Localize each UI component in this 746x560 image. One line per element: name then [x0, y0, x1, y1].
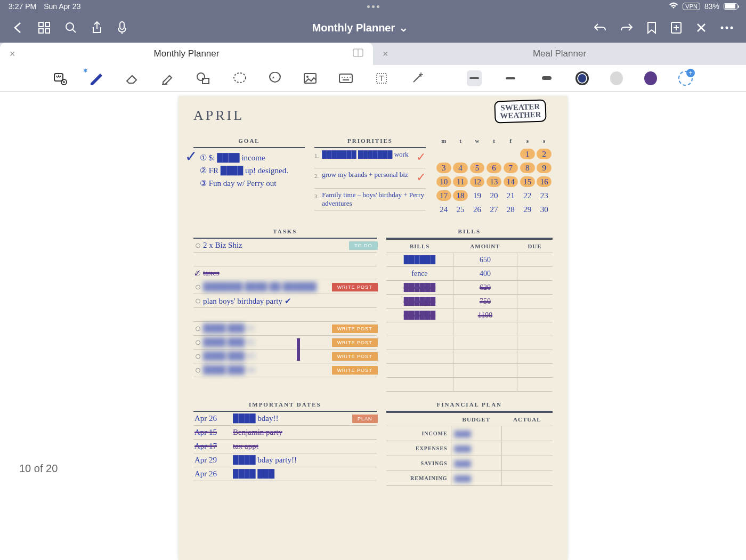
svg-point-20 [342, 77, 343, 78]
check-icon: ✓ [416, 150, 426, 164]
task-line: ████ ███ #3WRITE POST [193, 350, 377, 363]
add-color-button[interactable] [678, 71, 692, 86]
mic-icon[interactable] [117, 21, 127, 34]
color-gray[interactable] [610, 71, 623, 85]
bill-row [386, 378, 553, 392]
highlighter-tool[interactable] [160, 71, 175, 86]
shapes-tool[interactable] [196, 71, 211, 86]
back-button[interactable] [13, 22, 23, 34]
wifi-icon [669, 2, 678, 11]
svg-point-21 [344, 77, 345, 78]
priority-item: 1.███████ ███████ work✓ [314, 148, 426, 168]
svg-rect-0 [39, 22, 43, 27]
search-icon[interactable] [65, 22, 77, 34]
calendar-day: 6 [485, 161, 502, 175]
calendar-day: 8 [519, 161, 536, 175]
grid-icon[interactable] [38, 22, 50, 34]
task-tag: WRITE POST [332, 283, 378, 291]
task-tag: WRITE POST [332, 338, 378, 347]
stroke-thin[interactable] [467, 70, 482, 86]
bill-row: ██████1100 [386, 309, 553, 322]
redo-button[interactable] [620, 21, 633, 34]
calendar-day: 5 [469, 161, 485, 175]
svg-rect-2 [39, 29, 43, 33]
date-line: Apr 26████ bday!!PLAN [193, 412, 377, 426]
date-line: Apr 15Benjamin party [193, 426, 377, 440]
calendar-day: 11 [452, 175, 468, 189]
priorities-section: PRIORITIES 1.███████ ███████ work✓2.grow… [314, 137, 426, 216]
calendar-day: 18 [452, 189, 468, 202]
tab-meal-planner[interactable]: × Meal Planner [373, 43, 746, 65]
calendar-day: 29 [519, 202, 536, 216]
image-tool[interactable] [303, 71, 317, 86]
calendar-day [452, 147, 468, 161]
goal-line: ③ Fun day w/ Perry out [200, 177, 305, 190]
battery-icon [724, 3, 737, 10]
tab-split-icon[interactable] [353, 48, 363, 59]
svg-rect-5 [120, 22, 124, 29]
bill-row [386, 350, 553, 364]
eraser-tool[interactable] [124, 71, 139, 86]
calendar-day: 24 [435, 202, 452, 216]
zoom-write-icon[interactable] [53, 71, 67, 86]
task-line: plan boys' birthday party ✔ [193, 294, 377, 308]
stroke-medium[interactable] [503, 70, 518, 86]
planner-page: APRIL SWEATERWEATHER GOAL ✓ ① $: ████ in… [179, 96, 567, 560]
close-button[interactable] [696, 21, 707, 34]
status-bar: 3:27 PM Sun Apr 23 VPN 83% [0, 0, 746, 13]
goal-section: GOAL ✓ ① $: ████ income② FR ████ up! des… [193, 137, 305, 216]
calendar-day: 7 [502, 161, 519, 175]
more-icon[interactable] [720, 21, 733, 34]
text-tool[interactable]: T [375, 71, 388, 86]
tab-monthly-planner[interactable]: × Monthly Planner [0, 43, 373, 65]
date-line: Apr 26████ ███ [193, 467, 377, 481]
task-line [193, 253, 377, 266]
pen-tool[interactable]: ✱ [88, 71, 102, 86]
calendar-day: 1 [519, 147, 536, 161]
priority-item: 2.grow my brands + personal biz✓ [314, 168, 426, 189]
stroke-thick[interactable] [539, 70, 554, 86]
tab-close-icon[interactable]: × [383, 48, 388, 60]
share-icon[interactable] [92, 21, 102, 34]
svg-point-4 [66, 23, 74, 30]
svg-rect-19 [339, 74, 352, 83]
priority-item: 3.Family time – boys' birthday + Perry a… [314, 189, 426, 210]
calendar-day: 14 [502, 175, 519, 189]
calendar-day: 15 [519, 175, 536, 189]
calendar-day: 22 [519, 189, 536, 202]
goal-line: ① $: ████ income [200, 151, 305, 164]
bill-row: ██████620 [386, 281, 553, 295]
add-page-icon[interactable] [670, 21, 682, 34]
bill-row [386, 322, 553, 336]
tasks-section: TASKS 2 x Biz ShizTO DO✓taxes███████ ███… [193, 228, 377, 392]
color-purple[interactable] [644, 71, 657, 85]
svg-text:T: T [379, 74, 384, 83]
multitask-dots[interactable] [367, 5, 379, 8]
canvas[interactable]: 10 of 20 APRIL SWEATERWEATHER GOAL ✓ ① $… [0, 92, 746, 560]
bill-row: fence400 [386, 267, 553, 281]
svg-point-14 [197, 73, 205, 80]
bill-row: ██████750 [386, 295, 553, 309]
important-dates-section: IMPORTANT DATES Apr 26████ bday!!PLANApr… [193, 401, 377, 486]
bluetooth-icon: ✱ [83, 68, 87, 74]
lasso-tool[interactable] [232, 71, 246, 86]
vpn-badge: VPN [683, 3, 700, 10]
task-tag: WRITE POST [332, 324, 378, 333]
undo-button[interactable] [594, 21, 606, 34]
svg-point-9 [731, 27, 733, 29]
svg-rect-1 [45, 22, 50, 27]
fin-row: EXPENSES████ [386, 441, 553, 456]
calendar-day: 19 [469, 189, 485, 202]
stickers-tool[interactable] [268, 71, 282, 86]
color-navy[interactable] [575, 71, 589, 85]
magic-tool[interactable] [410, 71, 424, 86]
bookmark-icon[interactable] [647, 21, 656, 34]
document-tabs: × Monthly Planner × Meal Planner [0, 43, 746, 65]
bill-row [386, 364, 553, 378]
fin-row: REMAINING████ [386, 471, 553, 486]
tab-close-icon[interactable]: × [10, 48, 15, 60]
calendar-day: 28 [502, 202, 519, 216]
check-icon: ✓ [416, 171, 426, 184]
document-title-dropdown[interactable]: Monthly Planner ⌄ [142, 21, 579, 34]
keyboard-icon[interactable] [338, 71, 353, 86]
